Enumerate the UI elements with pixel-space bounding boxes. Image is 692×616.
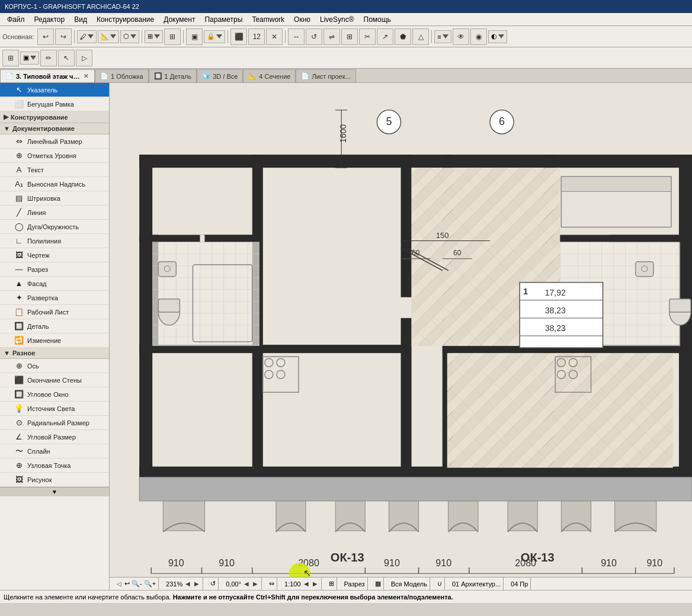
zoom-next[interactable]: ▶ <box>193 580 200 587</box>
tab-tab6[interactable]: 📄Лист проек... <box>296 69 355 82</box>
ruler-tool[interactable]: 📐 <box>98 30 119 43</box>
rotate-icon-status[interactable]: ↺ <box>208 578 219 590</box>
length-icon: ⇔ <box>267 578 277 590</box>
sidebar-category-construction[interactable]: ▶Конструирование <box>0 111 109 123</box>
sidebar-item-running-frame[interactable]: ⬜Бегущая Рамка <box>0 97 109 111</box>
category-arrow: ▼ <box>4 125 10 132</box>
undo-btn[interactable]: ↩ <box>37 28 54 45</box>
rotate-btn[interactable]: ↺ <box>306 28 322 45</box>
transform-btn[interactable]: ↔ <box>288 28 305 45</box>
cursor-btn[interactable]: ⊞ <box>2 50 19 66</box>
sidebar-item-linear-size[interactable]: ⇔Линейный Размер <box>0 134 109 149</box>
extend-btn[interactable]: ↗ <box>377 28 393 45</box>
mirror-btn[interactable]: ⇌ <box>323 28 340 45</box>
sidebar-category-documentation[interactable]: ▼Документирование <box>0 123 109 134</box>
sidebar-item-angle-size[interactable]: ∠Угловой Размер <box>0 430 109 444</box>
sidebar-item-callout[interactable]: A₁Выносная Надпись <box>0 177 109 191</box>
tab-tab2[interactable]: 📄1 Обложка <box>95 69 149 82</box>
menu-item-livesync[interactable]: LiveSync® <box>315 14 359 25</box>
sidebar-item-section[interactable]: —Разрез <box>0 262 109 277</box>
sidebar-item-polyline[interactable]: ∟Полилиния <box>0 234 109 248</box>
zoom-in-btn[interactable]: 🔍+ <box>144 580 156 588</box>
sidebar-label-angle-size: Угловой Размер <box>27 434 76 441</box>
render-settings[interactable]: ◐ <box>488 30 507 43</box>
menu-item-[interactable]: Редактор <box>30 14 70 25</box>
render-btn[interactable]: ◉ <box>470 28 487 45</box>
grid-btn[interactable]: ⊞ <box>164 28 181 45</box>
sep2 <box>142 30 142 43</box>
tab-close-btn[interactable]: ✕ <box>82 73 89 79</box>
menu-item-[interactable]: Окно <box>289 14 315 25</box>
nav-prev[interactable]: ◁ <box>116 580 123 587</box>
sidebar-label-text: Текст <box>27 166 44 174</box>
svg-rect-73 <box>636 262 653 277</box>
sidebar-icon-running-frame: ⬜ <box>14 100 24 109</box>
union-btn[interactable]: △ <box>412 28 429 45</box>
nav-buttons[interactable]: ◁ ↩ 🔍- 🔍+ <box>113 578 159 590</box>
menu-item-[interactable]: Помощь <box>359 14 396 25</box>
pencil-btn[interactable]: ✏ <box>40 50 57 66</box>
tab-tab5[interactable]: 📐4 Сечение <box>243 69 296 82</box>
next-btn[interactable]: ▷ <box>76 50 92 66</box>
undo-icon[interactable]: ↩ <box>124 580 130 588</box>
view3d-btn[interactable]: ⬛ <box>230 28 247 45</box>
sidebar-item-line[interactable]: ╱Линия <box>0 206 109 220</box>
axis-btn[interactable]: ✕ <box>266 28 283 45</box>
svg-rect-117 <box>508 501 537 531</box>
sidebar-scroll-down[interactable]: ▼ <box>0 487 109 496</box>
menu-item-[interactable]: Параметры <box>200 14 247 25</box>
sidebar-item-node-point[interactable]: ⊕Узловая Точка <box>0 458 109 473</box>
pointer2-btn[interactable]: ↖ <box>58 50 75 66</box>
menu-item-[interactable]: Файл <box>2 14 30 25</box>
menu-item-teamwork[interactable]: Teamwork <box>247 14 289 25</box>
sidebar-item-spline[interactable]: 〜Сплайн <box>0 444 109 458</box>
lock-tool[interactable]: 🔒 <box>204 30 225 43</box>
sidebar-item-facade[interactable]: ▲Фасад <box>0 277 109 291</box>
sidebar-label-arc: Дуга/Окружность <box>27 223 79 230</box>
menu-item-[interactable]: Документ <box>159 14 200 25</box>
layers-dropdown[interactable]: ≡ <box>434 30 451 43</box>
svg-rect-118 <box>561 501 591 531</box>
sidebar-item-drawing[interactable]: 🖼Чертеж <box>0 248 109 262</box>
sidebar-label-callout: Выносная Надпись <box>27 181 85 188</box>
sidebar-item-workbook[interactable]: 📋Рабочий Лист <box>0 305 109 319</box>
sidebar-item-unfolding[interactable]: ✦Развертка <box>0 291 109 305</box>
show-all-btn[interactable]: 👁 <box>453 28 469 45</box>
sidebar-icon-detail: 🔲 <box>14 322 24 331</box>
sidebar-item-pointer[interactable]: ↖Указатель <box>0 83 109 97</box>
scale-value[interactable]: 1:100 ◀ ▶ <box>282 578 322 590</box>
sidebar-item-arc[interactable]: ◯Дуга/Окружность <box>0 220 109 234</box>
sidebar-item-wall-end[interactable]: ⬛Окончание Стены <box>0 373 109 387</box>
polygon-btn[interactable]: ⬟ <box>395 28 411 45</box>
tab-tab3[interactable]: 🔲1 Деталь <box>149 69 197 82</box>
snap-tool[interactable]: ⊞ <box>145 30 163 43</box>
sidebar-item-level-mark[interactable]: ⊕Отметка Уровня <box>0 149 109 163</box>
arrow-tool[interactable]: 🖊 <box>77 30 97 43</box>
select-area[interactable]: ▣ <box>20 52 39 65</box>
tab-tab1[interactable]: 📄3. Типовой этаж четн...✕ <box>0 69 95 82</box>
sidebar-item-detail[interactable]: 🔲Деталь <box>0 319 109 333</box>
sidebar-item-corner-window[interactable]: 🔲Угловое Окно <box>0 387 109 402</box>
shape-tool[interactable]: ⬡ <box>120 30 139 43</box>
redo-btn[interactable]: ↪ <box>55 28 72 45</box>
offset-btn[interactable]: ⊞ <box>341 28 358 45</box>
sidebar-item-drawing2[interactable]: 🖼Рисунок <box>0 473 109 487</box>
svg-rect-119 <box>615 501 656 531</box>
sidebar-item-change[interactable]: 🔁Изменение <box>0 333 109 348</box>
sidebar-item-radial-size[interactable]: ⊙Радиальный Размер <box>0 416 109 430</box>
zoom-level[interactable]: 231% ◀ ▶ <box>164 578 203 590</box>
menu-item-[interactable]: Вид <box>69 14 92 25</box>
select-rect[interactable]: ▣ <box>186 28 203 45</box>
tab-tab4[interactable]: 🧊3D / Все <box>197 69 243 82</box>
sidebar-item-axis[interactable]: ⊕Ось <box>0 359 109 373</box>
sidebar-item-hatch[interactable]: ▤Штриховка <box>0 191 109 206</box>
sidebar-item-light-source[interactable]: 💡Источник Света <box>0 402 109 416</box>
sidebar-item-text[interactable]: AТекст <box>0 163 109 177</box>
zoom-prev[interactable]: ◀ <box>184 580 191 587</box>
sidebar-category-misc[interactable]: ▼Разное <box>0 348 109 359</box>
trim-btn[interactable]: ✂ <box>359 28 376 45</box>
numbers-btn[interactable]: 12 <box>248 28 265 45</box>
sidebar-icon-callout: A₁ <box>14 179 24 189</box>
menu-item-[interactable]: Конструирование <box>92 14 159 25</box>
zoom-out-btn[interactable]: 🔍- <box>132 580 142 588</box>
